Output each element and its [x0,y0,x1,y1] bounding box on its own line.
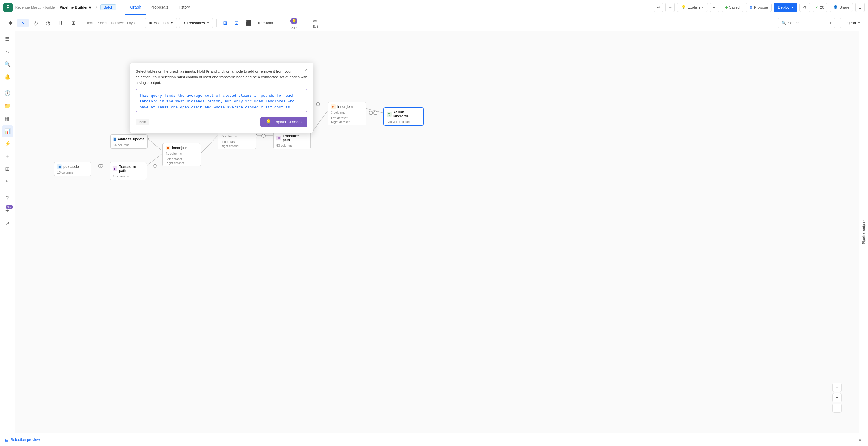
add-data-icon: ⊕ [149,21,152,25]
saved-button: Saved [722,3,743,12]
sidebar-item-history[interactable]: 🕐 [2,88,13,99]
transform-path-2-node[interactable]: ⊞ Transform path 53 columns [273,131,311,149]
select-tool-button[interactable]: ↖ [17,19,29,27]
add-data-chevron: ▾ [171,21,173,24]
right-panel[interactable]: Pipeline outputs [859,31,868,433]
breadcrumb-builder[interactable]: builder [45,5,56,9]
deploy-label: Deploy [778,5,789,9]
app-logo: P [3,3,12,12]
check-icon: ✓ [816,5,819,9]
share-label: Share [839,5,849,9]
reusables-button[interactable]: ƒ Reusables ▾ [179,18,213,28]
new-badge: New [6,205,12,209]
expand-button[interactable]: ▲ [857,436,863,443]
inner-join-3-left: Left dataset [328,116,366,120]
sidebar-item-new[interactable]: ✦ New [2,205,13,216]
explain-chevron: ▾ [702,6,704,9]
sidebar-item-home[interactable]: ⌂ [2,46,13,57]
transform-icon-2: ⊡ [234,20,239,26]
tab-graph[interactable]: Graph [125,0,146,15]
left-sidebar: ☰ ⌂ 🔍 🔔 🕐 📁 ▦ 📊 ⚡ + ⊞ ⑂ ? ✦ New ↗ [0,31,15,433]
reusables-label: Reusables [187,21,205,25]
transform-icon-node-2: ⊞ [276,136,281,140]
pipeline-outputs-label: Pipeline outputs [862,220,866,244]
sidebar-item-menu[interactable]: ☰ [2,33,13,45]
grid-tool-button[interactable]: ⊞ [68,19,79,27]
explain-button[interactable]: 💡 Explain ▾ [677,3,708,12]
svg-line-3 [200,136,218,154]
legend-chevron: ▾ [858,21,860,24]
top-nav-bar: P Revenue Man... › builder › Pipeline Bu… [0,0,868,15]
select-label: Select [98,21,107,25]
hand-tool-button[interactable]: ✥ [5,19,16,27]
address-update-title: address_update [118,137,144,141]
zoom-in-button[interactable]: + [832,383,842,392]
join-icon-1: ⊗ [166,146,170,150]
sidebar-item-graph[interactable]: 📊 [2,125,13,137]
selection-preview-label[interactable]: Selection preview [11,437,40,442]
svg-point-18 [262,134,265,137]
at-risk-title: At risk landlords [393,110,420,118]
transform-path-1-node[interactable]: ⊞ Transform path 15 columns [110,162,147,180]
sidebar-item-git[interactable]: ⑂ [2,176,13,187]
sidebar-item-search[interactable]: 🔍 [2,59,13,70]
address-update-node[interactable]: ▦ address_update 26 columns [110,134,148,149]
popup-textarea[interactable]: This query finds the average cost of clo… [136,89,307,112]
remove-label: Remove [111,21,124,25]
undo-button[interactable]: ↩ [654,3,663,12]
propose-button[interactable]: ⊕ Propose [746,3,772,12]
bottom-bar: ▦ Selection preview ▲ [0,433,868,446]
transform-btn-1[interactable]: ⊞ [220,19,230,27]
deploy-button[interactable]: Deploy ▾ [774,3,797,12]
star-icon[interactable]: ★ [95,5,98,9]
sidebar-item-help[interactable]: ? [2,192,13,204]
timer-tool-button[interactable]: ◔ [42,19,54,27]
zoom-out-button[interactable]: − [832,393,842,402]
selection-preview-icon: ▦ [5,437,8,442]
app-menu-button[interactable]: ☰ [856,3,865,12]
at-risk-header: ⬡ At risk landlords [384,108,423,119]
explain-nodes-button[interactable]: 💡 Explain 13 nodes [260,117,307,127]
edit-button[interactable]: ✏ Edit [310,17,321,29]
inner-join-1-node[interactable]: ⊗ Inner join 41 columns Left dataset Rig… [162,143,201,166]
lasso-tool-button[interactable]: ◎ [30,19,41,27]
share-button[interactable]: 👤 Share [830,3,853,12]
sidebar-item-layers[interactable]: ⊞ [2,163,13,175]
tools-group: ✥ ↖ ◎ ◔ ⁞⁞ ⊞ [5,19,83,27]
sidebar-item-folder[interactable]: 📁 [2,100,13,112]
inner-join-3-node[interactable]: ⊗ Inner join 3 columns Left dataset Righ… [328,102,366,125]
inner-join-2-cols: 52 columns [218,134,256,140]
inner-join-1-right: Right dataset [163,161,200,165]
transform-btn-3[interactable]: ⬛ [243,19,255,27]
dots-tool-button[interactable]: ⁞⁞ [55,19,67,27]
canvas-area[interactable]: Select tables on the graph as inputs. Ho… [15,31,859,433]
transform-btn-2[interactable]: ⊡ [231,19,241,27]
postcode-node[interactable]: ▦ postcode 15 columns [54,162,91,176]
grid-button[interactable]: ⚙ [799,3,810,12]
more-button[interactable]: ••• [710,3,719,12]
tab-history[interactable]: History [173,0,195,15]
edit-label: Edit [313,25,318,28]
sidebar-item-table[interactable]: ▦ [2,113,13,124]
share-icon: 👤 [833,5,838,9]
add-data-button[interactable]: ⊕ Add data ▾ [145,18,177,28]
explain-label: Explain [687,5,700,9]
inner-join-3-header: ⊗ Inner join [328,102,366,110]
sidebar-item-add[interactable]: + [2,151,13,162]
sidebar-item-transform[interactable]: ⚡ [2,138,13,150]
sidebar-item-notification[interactable]: 🔔 [2,71,13,83]
legend-button[interactable]: Legend ▾ [840,18,863,28]
zoom-fit-button[interactable]: ⛶ [832,404,842,413]
aip-icon: 💡 [288,17,300,26]
redo-button[interactable]: ↪ [665,3,675,12]
tab-proposals[interactable]: Proposals [146,0,173,15]
popup-close-button[interactable]: ✕ [303,66,310,73]
search-button[interactable]: 🔍 Search ▾ [778,18,835,28]
postcode-header: ▦ postcode [54,162,91,170]
top-tabs: Graph Proposals History [125,0,195,15]
address-update-header: ▦ address_update [111,135,147,142]
aip-button[interactable]: 💡 AIP [282,14,306,32]
at-risk-landlords-node[interactable]: ⬡ At risk landlords Not yet deployed [383,107,424,126]
breadcrumb-parent[interactable]: Revenue Man... [15,5,41,9]
sidebar-item-arrow[interactable]: ↗ [2,218,13,229]
